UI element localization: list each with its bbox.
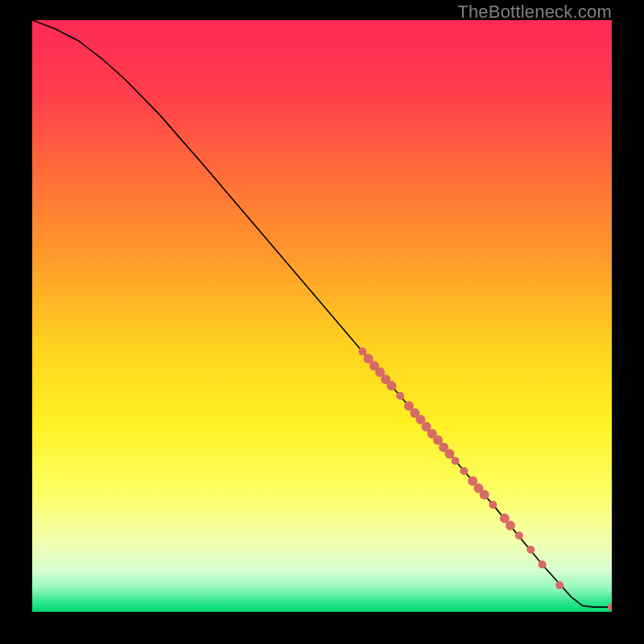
data-marker bbox=[386, 381, 396, 390]
data-marker bbox=[452, 457, 460, 465]
chart-container: TheBottleneck.com bbox=[0, 0, 644, 644]
data-marker bbox=[444, 449, 454, 459]
data-marker bbox=[539, 560, 547, 568]
data-marker bbox=[555, 581, 564, 589]
data-marker bbox=[506, 521, 515, 530]
data-marker bbox=[489, 501, 497, 509]
plot-area bbox=[32, 20, 612, 612]
data-marker bbox=[396, 392, 404, 400]
chart-svg bbox=[32, 20, 612, 612]
data-marker bbox=[480, 489, 489, 499]
gradient-background bbox=[32, 20, 612, 612]
data-marker bbox=[358, 348, 366, 356]
data-marker bbox=[515, 531, 523, 539]
data-marker bbox=[526, 546, 535, 554]
data-marker bbox=[460, 467, 468, 475]
